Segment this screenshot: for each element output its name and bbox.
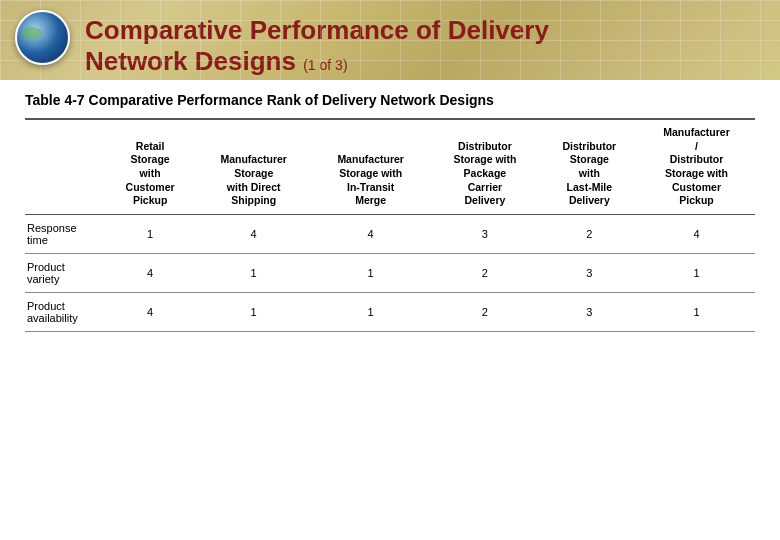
- table-row: Productavailability 4 1 1 2 3 1: [25, 292, 755, 331]
- col-header-retail: RetailStoragewithCustomerPickup: [105, 119, 195, 214]
- title-line2: Network Designs: [85, 46, 296, 76]
- subtitle: (1 of 3): [303, 57, 347, 73]
- cell-variety-mfr-direct: 1: [195, 253, 312, 292]
- cell-avail-mfr-direct: 1: [195, 292, 312, 331]
- cell-variety-dist-lastmile: 3: [541, 253, 638, 292]
- row-label-response: Responsetime: [25, 214, 105, 253]
- cell-response-mfr-dist: 4: [638, 214, 755, 253]
- table-caption-text: Comparative Performance Rank of Delivery…: [85, 92, 494, 108]
- cell-variety-mfr-dist: 1: [638, 253, 755, 292]
- cell-response-dist-lastmile: 2: [541, 214, 638, 253]
- table-caption: Table 4-7 Comparative Performance Rank o…: [25, 92, 755, 108]
- cell-avail-dist-lastmile: 3: [541, 292, 638, 331]
- globe-icon: [15, 10, 70, 65]
- col-header-mfr-direct: ManufacturerStoragewith DirectShipping: [195, 119, 312, 214]
- cell-variety-retail: 4: [105, 253, 195, 292]
- title-line1: Comparative Performance of Delivery: [85, 15, 549, 45]
- cell-response-dist-package: 3: [429, 214, 541, 253]
- performance-table: RetailStoragewithCustomerPickup Manufact…: [25, 118, 755, 332]
- col-header-empty: [25, 119, 105, 214]
- col-header-mfr-dist: Manufacturer/DistributorStorage withCust…: [638, 119, 755, 214]
- cell-avail-retail: 4: [105, 292, 195, 331]
- cell-avail-mfr-transit: 1: [312, 292, 429, 331]
- table-row: Responsetime 1 4 4 3 2 4: [25, 214, 755, 253]
- main-title: Comparative Performance of Delivery Netw…: [0, 0, 780, 77]
- cell-variety-dist-package: 2: [429, 253, 541, 292]
- cell-avail-dist-package: 2: [429, 292, 541, 331]
- table-header-row: RetailStoragewithCustomerPickup Manufact…: [25, 119, 755, 214]
- row-label-availability: Productavailability: [25, 292, 105, 331]
- col-header-dist-package: DistributorStorage withPackageCarrierDel…: [429, 119, 541, 214]
- cell-response-mfr-transit: 4: [312, 214, 429, 253]
- col-header-dist-lastmile: DistributorStoragewithLast-MileDelivery: [541, 119, 638, 214]
- cell-avail-mfr-dist: 1: [638, 292, 755, 331]
- row-label-variety: Productvariety: [25, 253, 105, 292]
- cell-response-mfr-direct: 4: [195, 214, 312, 253]
- col-header-mfr-transit: ManufacturerStorage withIn-TransitMerge: [312, 119, 429, 214]
- table-row: Productvariety 4 1 1 2 3 1: [25, 253, 755, 292]
- content-area: Table 4-7 Comparative Performance Rank o…: [0, 80, 780, 344]
- cell-response-retail: 1: [105, 214, 195, 253]
- header-banner: Comparative Performance of Delivery Netw…: [0, 0, 780, 80]
- table-number: Table 4-7: [25, 92, 85, 108]
- cell-variety-mfr-transit: 1: [312, 253, 429, 292]
